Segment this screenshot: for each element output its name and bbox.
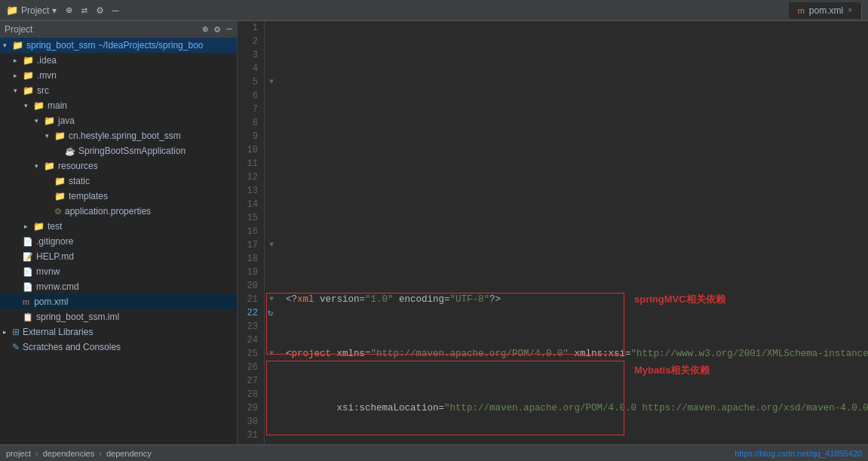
line-num: 22 <box>241 306 258 320</box>
sidebar-item-mvnw[interactable]: 📄 mvnw <box>0 264 237 279</box>
extlibs-icon: ⊞ <box>12 327 20 337</box>
class-icon-springboot: ☕ <box>65 146 75 156</box>
sidebar-label-springboot: SpringBootSsmApplication <box>78 146 186 156</box>
line-num: 31 <box>241 429 258 442</box>
project-label: 📁 Project ▾ <box>6 5 57 16</box>
tab-close-button[interactable]: × <box>848 6 852 14</box>
sidebar-item-resources[interactable]: 📁 resources <box>0 158 237 174</box>
breadcrumb-dependencies[interactable]: dependencies <box>43 449 95 458</box>
line-num: 9 <box>241 130 258 143</box>
arrow-idea <box>14 57 21 64</box>
line-num: 1 <box>241 21 258 35</box>
line-num: 27 <box>241 374 258 388</box>
sidebar-item-idea[interactable]: 📁 .idea <box>0 53 237 68</box>
line-num: 2 <box>241 35 258 48</box>
arrow-root <box>3 41 11 49</box>
sidebar-item-src[interactable]: 📁 src <box>0 83 237 98</box>
sidebar-item-mvnwcmd[interactable]: 📄 mvnw.cmd <box>0 279 237 294</box>
sidebar-minimize-icon[interactable]: — <box>226 23 232 35</box>
title-bar: 📁 Project ▾ ⊕ ⇄ ⚙ — m pom.xml × <box>0 0 868 21</box>
sidebar-item-springboot[interactable]: ☕ SpringBootSsmApplication <box>0 143 237 158</box>
fold-marker-17: ▼ <box>269 238 274 252</box>
sidebar-item-iml[interactable]: 📋 spring_boot_ssm.iml <box>0 309 237 324</box>
editor: 1 2 3 4 5 6 7 8 9 10 11 12 13 14 15 16 1… <box>238 21 868 444</box>
sidebar-item-templates[interactable]: 📁 templates <box>0 189 237 204</box>
folder-icon-templates: 📁 <box>54 191 66 201</box>
sidebar-layout-icon[interactable]: ⚙ <box>214 23 220 35</box>
folder-icon-test: 📁 <box>33 221 44 232</box>
sidebar-item-gitignore[interactable]: 📄 .gitignore <box>0 234 237 249</box>
sidebar-item-root[interactable]: 📁 spring_boot_ssm ~/IdeaProjects/spring_… <box>0 38 237 53</box>
arrow-mvn <box>14 72 21 79</box>
breadcrumb-arrow-2: › <box>99 449 102 458</box>
csdn-url[interactable]: https://blog.csdn.net/qq_41855420 <box>735 449 862 458</box>
folder-icon-idea: 📁 <box>23 55 34 66</box>
sync-icon[interactable]: ⇄ <box>81 4 87 17</box>
sidebar: Project ⊕ ⚙ — 📁 spring_boot_ssm ~/IdeaPr… <box>0 21 238 444</box>
arrow-java <box>35 117 42 124</box>
folder-icon-resources: 📁 <box>44 161 55 171</box>
arrow-cn <box>45 132 53 140</box>
sidebar-item-pomxml[interactable]: m pom.xml <box>0 294 237 309</box>
arrow-src <box>14 87 21 94</box>
line-num: 12 <box>241 171 258 184</box>
sidebar-label-src: src <box>37 85 49 96</box>
sidebar-label-static: static <box>69 176 90 186</box>
project-icon: 📁 <box>6 5 18 16</box>
breadcrumb-project[interactable]: project <box>6 449 31 458</box>
arrow-extlibs <box>3 328 11 336</box>
tab-pom-xml[interactable]: m pom.xml × <box>789 2 862 19</box>
line-num: 3 <box>241 48 258 62</box>
sidebar-item-mvn[interactable]: 📁 .mvn <box>0 68 237 83</box>
sidebar-label-iml: spring_boot_ssm.iml <box>36 312 119 322</box>
sidebar-label-gitignore: .gitignore <box>36 236 73 247</box>
tab-label: pom.xml <box>809 5 843 16</box>
sidebar-item-appprops[interactable]: ⚙ application.properties <box>0 204 237 219</box>
project-title: Project <box>21 5 49 16</box>
sidebar-label-mvnw: mvnw <box>36 266 60 277</box>
line-num: 23 <box>241 320 258 333</box>
sidebar-label-java: java <box>58 115 75 126</box>
line-num: 16 <box>241 225 258 238</box>
sidebar-label-resources: resources <box>58 161 98 171</box>
sidebar-add-icon[interactable]: ⊕ <box>203 23 209 35</box>
breadcrumb-arrow-1: › <box>35 449 38 458</box>
fold-marker-21: ▼ <box>269 293 274 306</box>
dropdown-arrow[interactable]: ▾ <box>52 5 57 16</box>
sidebar-label-extlibs: External Libraries <box>23 327 93 337</box>
annotation-text-mybatis: Mybatis相关依赖 <box>634 364 710 377</box>
code-line-1: <?xml version="1.0" encoding="UTF-8"?> <box>271 293 862 306</box>
sidebar-item-java[interactable]: 📁 java <box>0 113 237 128</box>
add-icon[interactable]: ⊕ <box>66 4 72 17</box>
line-num: 15 <box>241 211 258 225</box>
line-num: 7 <box>241 103 258 116</box>
minimize-icon[interactable]: — <box>112 5 118 17</box>
sidebar-item-main[interactable]: 📁 main <box>0 98 237 113</box>
sidebar-item-extlibs[interactable]: ⊞ External Libraries <box>0 324 237 340</box>
settings-icon[interactable]: ⚙ <box>97 4 103 17</box>
arrow-resources <box>35 162 42 170</box>
line-num: 25 <box>241 347 258 361</box>
arrow-main <box>24 102 32 109</box>
md-icon: 📝 <box>23 252 33 262</box>
sidebar-label-helpmd: HELP.md <box>36 251 74 262</box>
line-num: 20 <box>241 279 258 293</box>
line-num: 4 <box>241 62 258 75</box>
sidebar-item-static[interactable]: 📁 static <box>0 174 237 189</box>
main-area: Project ⊕ ⚙ — 📁 spring_boot_ssm ~/IdeaPr… <box>0 21 868 444</box>
properties-icon: ⚙ <box>54 207 62 217</box>
mvnw-icon: 📄 <box>23 267 33 277</box>
gitignore-icon: 📄 <box>23 237 33 247</box>
sidebar-item-scratches[interactable]: ✎ Scratches and Consoles <box>0 340 237 355</box>
sidebar-item-test[interactable]: 📁 test <box>0 219 237 234</box>
breadcrumb-dependency[interactable]: dependency <box>106 449 152 458</box>
line-num: 8 <box>241 116 258 130</box>
sidebar-item-cn[interactable]: 📁 cn.hestyle.spring_boot_ssm <box>0 128 237 143</box>
sidebar-label-pomxml: pom.xml <box>34 297 68 307</box>
sidebar-item-helpmd[interactable]: 📝 HELP.md <box>0 249 237 264</box>
arrow-test <box>24 223 32 230</box>
code-content[interactable]: springMVC相关依赖 Mybatis相关依赖 ↻ ▼ ▼ ▼ ▼ <?xm… <box>265 21 868 444</box>
folder-icon-mvn: 📁 <box>23 70 34 81</box>
folder-icon-java: 📁 <box>44 115 55 126</box>
annotation-text-spring: springMVC相关依赖 <box>634 293 725 306</box>
